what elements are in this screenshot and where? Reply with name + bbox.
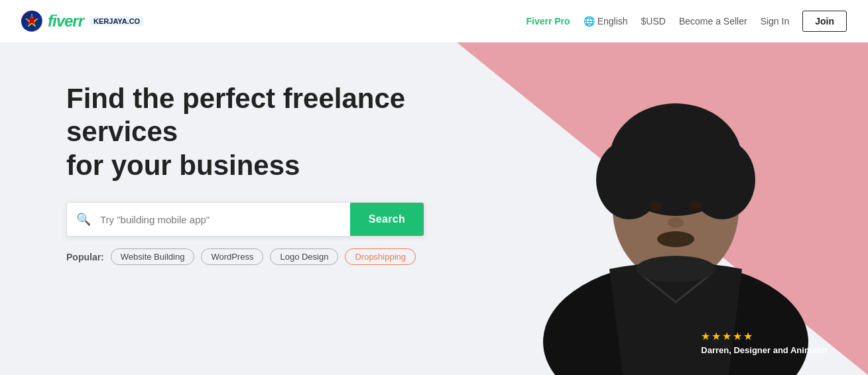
popular-row: Popular: Website Building WordPress Logo… <box>66 248 464 265</box>
rating-badge: ★★★★★ Darren, Designer and Animator <box>701 330 828 355</box>
become-seller-link[interactable]: Become a Seller <box>679 16 747 27</box>
site-badge: KERJAYA.CO <box>90 17 143 26</box>
svg-point-10 <box>689 201 702 211</box>
svg-point-13 <box>636 256 715 282</box>
hero-content: Find the perfect freelance services for … <box>66 82 464 265</box>
popular-tag-logo-design[interactable]: Logo Design <box>270 248 338 265</box>
logo-text: fiverr <box>48 12 84 30</box>
stars-display: ★★★★★ <box>701 330 828 343</box>
logo-area: fiverr KERJAYA.CO <box>21 11 143 32</box>
hero-title-line2: for your business <box>66 150 300 181</box>
globe-icon: 🌐 <box>584 16 595 27</box>
nav-right: Fiverr Pro 🌐 English $USD Become a Selle… <box>526 11 847 32</box>
svg-point-11 <box>668 217 684 228</box>
search-button[interactable]: Search <box>350 202 424 237</box>
svg-point-9 <box>649 201 662 211</box>
popular-label: Popular: <box>66 252 104 262</box>
language-label: English <box>597 16 628 27</box>
sign-in-link[interactable]: Sign In <box>761 16 790 27</box>
rating-person: Darren, Designer and Animator <box>701 345 828 355</box>
hero-section: ★★★★★ Darren, Designer and Animator Find… <box>0 42 868 375</box>
join-button[interactable]: Join <box>802 11 847 32</box>
person-illustration <box>523 64 828 375</box>
fiverr-pro-link[interactable]: Fiverr Pro <box>526 16 570 27</box>
currency-selector[interactable]: $USD <box>641 16 666 27</box>
header: fiverr KERJAYA.CO Fiverr Pro 🌐 English $… <box>0 0 868 42</box>
popular-tag-dropshipping[interactable]: Dropshipping <box>345 248 416 265</box>
hero-title-line1: Find the perfect freelance services <box>66 83 405 147</box>
language-selector[interactable]: 🌐 English <box>584 16 628 27</box>
svg-point-12 <box>657 231 694 247</box>
popular-tag-wordpress[interactable]: WordPress <box>201 248 263 265</box>
search-icon: 🔍 <box>67 212 100 227</box>
hero-person-area <box>483 50 868 375</box>
search-bar: 🔍 Search <box>66 202 424 237</box>
hero-title: Find the perfect freelance services for … <box>66 82 464 182</box>
rating-name-text: Darren <box>701 345 729 355</box>
logo-badge-icon <box>21 11 42 32</box>
search-input[interactable] <box>100 214 350 225</box>
rating-role: Designer and Animator <box>733 345 828 355</box>
popular-tag-website-building[interactable]: Website Building <box>111 248 195 265</box>
